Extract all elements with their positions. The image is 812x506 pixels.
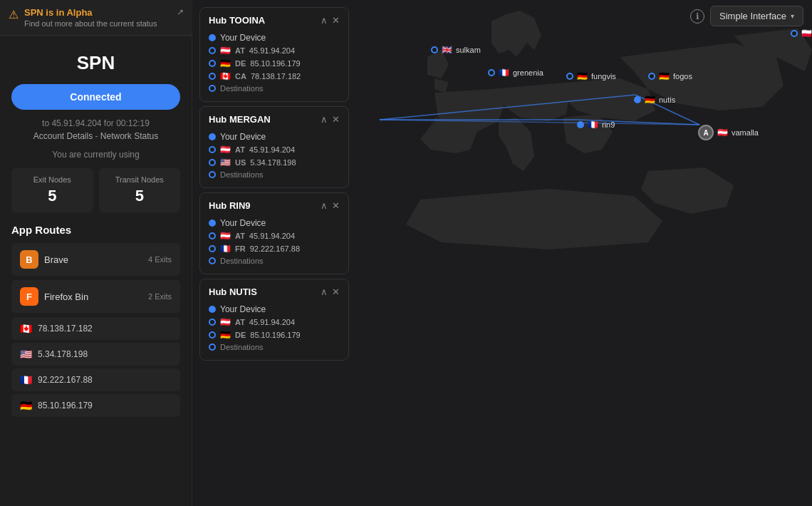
- node-flag: 🇩🇪: [577, 71, 588, 81]
- exits-badge: 4 Exits: [148, 255, 172, 264]
- map-node-grenenia[interactable]: 🇫🇷 grenenia: [488, 68, 543, 78]
- alert-title: SPN is in Alpha: [24, 7, 171, 18]
- exit-nodes-label: Exit Nodes: [19, 175, 86, 184]
- node-label: fungvis: [591, 72, 616, 81]
- account-details-link[interactable]: Account Details: [33, 131, 93, 141]
- node-label: vamalla: [732, 128, 759, 137]
- chevron-down-icon: ▾: [791, 12, 794, 20]
- node-dot: [577, 121, 584, 128]
- ip-item: 🇨🇦78.138.17.182: [11, 317, 180, 340]
- map-node-vamalla[interactable]: A 🇦🇹 vamalla: [698, 125, 759, 140]
- flag-icon: 🇨🇦: [20, 323, 32, 334]
- transit-nodes-label: Transit Nodes: [106, 175, 174, 184]
- map-node-fogos[interactable]: 🇩🇪 fogos: [648, 71, 692, 81]
- ip-items-list: 🇨🇦78.138.17.182🇺🇸5.34.178.198🇫🇷92.222.16…: [11, 317, 180, 417]
- node-flag: 🇩🇪: [645, 95, 655, 105]
- node-flag: 🇫🇷: [588, 120, 598, 130]
- app-icon: F: [20, 287, 38, 306]
- node-label: grenenia: [513, 68, 543, 77]
- connection-links: Account Details - Network Status: [11, 131, 180, 141]
- exits-badge: 2 Exits: [148, 292, 172, 301]
- app-title: SPN: [11, 52, 180, 74]
- ip-item: 🇩🇪85.10.196.179: [11, 394, 180, 417]
- app-routes-list: B Brave 4 Exits F Firefox Bin 2 Exits: [11, 243, 180, 313]
- app-route-item[interactable]: F Firefox Bin 2 Exits: [11, 280, 180, 313]
- node-flag: 🇬🇧: [442, 45, 452, 55]
- ip-address: 85.10.196.179: [38, 401, 93, 411]
- node-label: sulkam: [456, 46, 481, 54]
- app-route-left: F Firefox Bin: [20, 287, 88, 306]
- external-link-icon[interactable]: ↗: [177, 7, 184, 17]
- network-status-link[interactable]: Network Status: [100, 131, 158, 141]
- interface-switcher[interactable]: Simple Interface ▾: [710, 6, 803, 26]
- ip-item: 🇺🇸5.34.178.198: [11, 343, 180, 366]
- alert-subtitle: Find out more about the current status: [24, 19, 171, 28]
- flag-icon: 🇺🇸: [20, 348, 32, 360]
- node-label: nutis: [659, 95, 675, 104]
- node-dot: [431, 46, 438, 53]
- avatar-icon: A: [698, 125, 714, 140]
- interface-label: Simple Interface: [719, 11, 786, 21]
- map-node-sulkam[interactable]: 🇬🇧 sulkam: [431, 45, 481, 55]
- node-label: fogos: [673, 72, 692, 81]
- node-dot: [648, 73, 655, 80]
- stats-row: Exit Nodes 5 Transit Nodes 5: [11, 168, 180, 212]
- map-node-rin9[interactable]: 🇫🇷 rin9: [577, 120, 615, 130]
- alert-icon: ⚠: [9, 8, 19, 21]
- topbar: ℹ Simple Interface ▾: [682, 0, 812, 32]
- alert-banner: ⚠ SPN is in Alpha Find out more about th…: [0, 0, 192, 36]
- info-button[interactable]: ℹ: [690, 9, 704, 24]
- node-flag: 🇩🇪: [659, 71, 670, 81]
- app-routes-title: App Routes: [11, 224, 180, 236]
- app-name: Brave: [44, 254, 68, 265]
- exit-nodes-stat: Exit Nodes 5: [11, 168, 93, 212]
- connect-button[interactable]: Connected: [11, 84, 180, 110]
- ip-address: 78.138.17.182: [38, 324, 93, 334]
- app-icon: B: [20, 250, 38, 269]
- node-flag: 🇦🇹: [717, 128, 728, 138]
- alert-text: SPN is in Alpha Find out more about the …: [24, 7, 171, 28]
- map-nodes: 🇬🇧 sulkam 🇫🇷 grenenia 🇩🇪 fungvis 🇩🇪 fogo…: [192, 0, 812, 506]
- sidebar: SPN Connected to 45.91.94.204 for 00:12:…: [0, 0, 192, 506]
- ip-address: 5.34.178.198: [38, 349, 88, 359]
- ip-address: 92.222.167.88: [38, 375, 93, 385]
- app-name: Firefox Bin: [44, 291, 88, 302]
- using-text: You are currently using: [11, 150, 180, 160]
- flag-icon: 🇫🇷: [20, 374, 32, 386]
- transit-nodes-stat: Transit Nodes 5: [99, 168, 181, 212]
- map-node-fungvis[interactable]: 🇩🇪 fungvis: [566, 71, 616, 81]
- connection-info: to 45.91.94.204 for 00:12:19: [11, 118, 180, 128]
- map-area: Hub TOOINA ∧ ✕ Your Device 🇦🇹 AT 45.91.9…: [192, 0, 812, 506]
- exit-nodes-value: 5: [19, 187, 86, 205]
- node-flag: 🇫🇷: [499, 68, 509, 78]
- node-dot: [634, 96, 641, 103]
- flag-icon: 🇩🇪: [20, 400, 32, 411]
- app-route-left: B Brave: [20, 250, 68, 269]
- node-label: rin9: [602, 120, 615, 129]
- node-dot: [488, 69, 495, 76]
- map-node-nutis[interactable]: 🇩🇪 nutis: [634, 95, 675, 105]
- transit-nodes-value: 5: [106, 187, 174, 205]
- node-dot: [566, 73, 573, 80]
- ip-item: 🇫🇷92.222.167.88: [11, 368, 180, 391]
- app-route-item[interactable]: B Brave 4 Exits: [11, 243, 180, 276]
